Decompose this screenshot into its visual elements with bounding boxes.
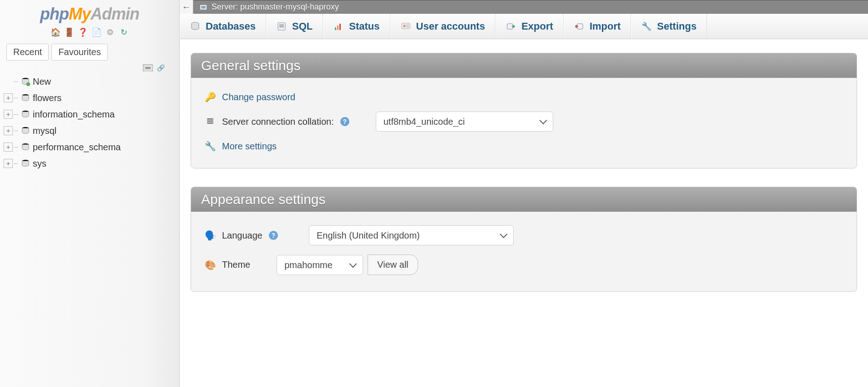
- settings-gear-icon[interactable]: ⚙: [105, 27, 115, 37]
- database-icon: [21, 159, 30, 168]
- tree-new-label: New: [33, 76, 51, 87]
- sidebar-tabs: Recent Favourites: [0, 41, 179, 63]
- nav-databases[interactable]: Databases: [180, 14, 266, 39]
- svg-rect-24: [207, 121, 213, 122]
- wrench-icon: 🔧: [641, 21, 651, 31]
- database-icon: [190, 21, 200, 31]
- database-icon: [21, 126, 30, 135]
- language-icon: 🗣️: [205, 230, 216, 241]
- theme-label: Theme: [222, 260, 250, 270]
- nav-user-accounts[interactable]: User accounts: [390, 14, 496, 39]
- tree-item[interactable]: + sys: [4, 155, 176, 172]
- language-label: Language: [222, 230, 262, 241]
- expand-icon[interactable]: +: [4, 110, 13, 119]
- svg-rect-13: [279, 26, 284, 27]
- tree-item[interactable]: + mysql: [4, 122, 176, 139]
- back-icon[interactable]: ←: [180, 0, 193, 14]
- nav-import[interactable]: Import: [564, 14, 631, 39]
- link-icon[interactable]: 🔗: [156, 64, 166, 71]
- wrench-icon: 🔧: [205, 141, 216, 152]
- tree-item[interactable]: + flowers: [4, 90, 176, 106]
- svg-rect-23: [207, 118, 213, 119]
- nav-label: SQL: [292, 20, 313, 32]
- topnav: Databases SQL Status User accounts Expor…: [180, 14, 868, 39]
- svg-rect-19: [406, 25, 409, 25]
- svg-rect-16: [339, 24, 341, 30]
- breadcrumb: ← Server: pushmaster-mysql-haproxy: [180, 0, 868, 14]
- breadcrumb-server: pushmaster-mysql-haproxy: [240, 2, 339, 11]
- nav-label: User accounts: [416, 20, 485, 32]
- home-icon[interactable]: 🏠: [50, 27, 61, 37]
- server-icon: [200, 3, 208, 11]
- sidebar: phpMyAdmin 🏠 🚪 ❓ 📄 ⚙ ↻ Recent Favourites…: [0, 0, 180, 387]
- more-settings-link[interactable]: More settings: [222, 141, 277, 152]
- panel-title: General settings: [191, 53, 857, 78]
- logo-part-my: My: [69, 5, 91, 23]
- content: General settings 🔑 Change password Serve…: [180, 39, 868, 387]
- status-icon: [333, 21, 343, 31]
- breadcrumb-prefix: Server:: [212, 2, 240, 11]
- key-icon: 🔑: [205, 92, 216, 102]
- help-icon[interactable]: ❓: [78, 27, 88, 37]
- export-icon: [506, 21, 516, 31]
- sidebar-quick-icons: 🏠 🚪 ❓ 📄 ⚙ ↻: [0, 25, 179, 41]
- nav-label: Import: [590, 20, 621, 32]
- svg-rect-20: [406, 26, 409, 27]
- panel-title: Appearance settings: [191, 187, 857, 212]
- svg-rect-14: [335, 27, 336, 30]
- nav-settings[interactable]: 🔧 Settings: [631, 14, 707, 39]
- logo-part-php: php: [40, 5, 69, 23]
- logout-icon[interactable]: 🚪: [64, 27, 74, 37]
- tree-item-label: information_schema: [33, 109, 115, 120]
- collapse-all-icon[interactable]: [143, 64, 153, 71]
- tree-item-label: performance_schema: [33, 142, 121, 153]
- database-icon: [21, 93, 30, 102]
- nav-label: Databases: [206, 20, 256, 32]
- tree-item-label: sys: [33, 158, 46, 169]
- panel-general-settings: General settings 🔑 Change password Serve…: [191, 53, 857, 168]
- nav-sql[interactable]: SQL: [266, 14, 323, 39]
- logo[interactable]: phpMyAdmin: [0, 0, 179, 25]
- svg-rect-1: [146, 67, 151, 69]
- svg-rect-15: [337, 25, 338, 30]
- expand-icon[interactable]: +: [4, 159, 13, 168]
- svg-rect-25: [207, 122, 213, 123]
- reload-icon[interactable]: ↻: [119, 27, 129, 37]
- db-tree: New + flowers + information_schema + mys…: [0, 73, 179, 172]
- tree-item[interactable]: + information_schema: [4, 106, 176, 122]
- svg-rect-12: [279, 25, 284, 25]
- help-icon[interactable]: ?: [269, 231, 278, 240]
- view-all-button[interactable]: View all: [368, 255, 418, 275]
- theme-icon: 🎨: [205, 260, 216, 270]
- expand-icon[interactable]: +: [4, 93, 13, 102]
- change-password-link[interactable]: Change password: [222, 92, 295, 102]
- docs-icon[interactable]: 📄: [91, 27, 101, 37]
- expand-icon[interactable]: +: [4, 143, 13, 152]
- sql-icon: [277, 21, 287, 31]
- breadcrumb-text[interactable]: Server: pushmaster-mysql-haproxy: [212, 2, 339, 12]
- main: ← Server: pushmaster-mysql-haproxy Datab…: [180, 0, 868, 387]
- new-db-icon: [21, 77, 30, 86]
- tree-new-db[interactable]: New: [4, 73, 176, 90]
- nav-label: Status: [349, 20, 379, 32]
- tree-item-label: flowers: [33, 93, 61, 103]
- recent-tab[interactable]: Recent: [6, 44, 49, 61]
- users-icon: [401, 21, 411, 31]
- nav-status[interactable]: Status: [323, 14, 390, 39]
- theme-select[interactable]: pmahomme: [277, 255, 363, 275]
- expand-icon[interactable]: +: [4, 126, 13, 135]
- help-icon[interactable]: ?: [340, 117, 349, 126]
- tree-item[interactable]: + performance_schema: [4, 139, 176, 155]
- database-icon: [21, 143, 30, 152]
- nav-label: Settings: [657, 20, 696, 32]
- nav-label: Export: [521, 20, 553, 32]
- language-select[interactable]: English (United Kingdom): [309, 225, 514, 245]
- panel-appearance-settings: Appearance settings 🗣️ Language ? Englis…: [191, 187, 857, 292]
- nav-export[interactable]: Export: [495, 14, 564, 39]
- favourites-tab[interactable]: Favourites: [51, 44, 107, 61]
- tree-item-label: mysql: [33, 126, 56, 136]
- import-icon: [574, 21, 584, 31]
- collation-icon: [205, 117, 216, 126]
- collation-select[interactable]: utf8mb4_unicode_ci: [376, 112, 553, 132]
- svg-rect-9: [202, 6, 206, 8]
